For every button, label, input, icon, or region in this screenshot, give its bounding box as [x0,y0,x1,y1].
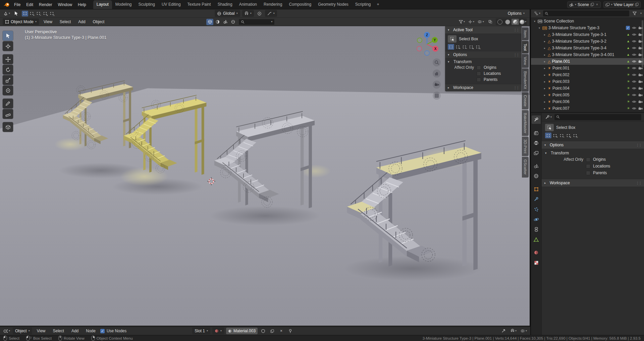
hide-eye-icon[interactable] [632,53,636,56]
navigation-gizmo[interactable]: Z Y X [414,30,440,57]
overlays-dropdown[interactable]: ▾ [477,19,485,25]
expand-arrow[interactable]: ▸ [543,87,546,90]
proportional-falloff-dropdown[interactable]: ▾ [265,10,277,17]
proportional-editing-button[interactable] [256,10,263,17]
unlink-scene-icon[interactable]: × [595,3,599,6]
tool-annotate[interactable] [3,99,13,108]
material-slot-dropdown[interactable]: Slot 1 ▾ [192,328,210,334]
hide-eye-icon[interactable] [632,26,636,30]
use-nodes-checkbox[interactable]: ✓ [100,329,105,333]
expand-arrow[interactable]: ▸ [543,94,546,97]
outliner-row-object[interactable]: ▸ △ 3-Miniature Structure Type-3-2 ▲ [531,38,644,45]
expand-arrow[interactable]: ▸ [543,74,546,77]
transform-subpanel-header[interactable]: ▾ Transform [445,58,522,64]
hide-eye-icon[interactable] [632,66,636,70]
blenderkit-model-button[interactable] [206,19,213,25]
outliner-row-object[interactable]: ▸ △ 3-Miniature Structure Type-3-1 ▲ [531,31,644,38]
scene-name[interactable]: Scene [578,2,589,7]
hide-eye-icon[interactable] [632,100,636,103]
expand-arrow[interactable]: ▸ [543,60,546,63]
options-dropdown[interactable]: Options ▾ [505,10,527,17]
shader-menu-select[interactable]: Select [50,328,67,334]
blenderkit-scene-button[interactable] [222,19,229,25]
shader-menu-add[interactable]: Add [69,328,81,334]
properties-tab-constraints[interactable] [532,225,541,234]
tool-cursor[interactable] [3,41,13,51]
properties-tab-object[interactable] [532,185,541,193]
viewport-3d-canvas[interactable]: User Perspective (1) 3-Miniature Structu… [0,26,530,326]
outliner-row-light[interactable]: ▸ ☀ Point.002 ☀ [531,71,644,78]
workspace-tab-scripting[interactable]: Scripting [352,0,374,9]
select-mode-set-button[interactable] [448,44,454,50]
properties-tab-physics[interactable] [532,215,541,224]
outliner-row-object[interactable]: ▸ △ 3-Miniature Structure Type-3-4.001 ▲ [531,51,644,58]
shading-solid-button[interactable] [504,19,511,25]
workspace-tab-uv-editing[interactable]: UV Editing [158,0,184,9]
pan-hand-icon[interactable] [433,69,441,78]
overlays-dropdown[interactable]: ▾ [520,328,528,334]
sidebar-tab-view[interactable]: View [522,54,529,68]
outliner-search-field[interactable] [543,10,629,16]
expand-arrow[interactable]: ▸ [543,53,546,56]
select-mode-subtract-button[interactable]: − [461,44,468,50]
sidebar-tab-gscatter[interactable]: GScatter [522,157,529,177]
workspace-tab-geometry-nodes[interactable]: Geometry Nodes [315,0,352,9]
expand-arrow[interactable]: ▸ [543,40,546,43]
render-visibility-camera-icon[interactable] [638,87,643,90]
hide-eye-icon[interactable] [632,33,636,36]
workspace-tab-shading[interactable]: Shading [214,0,236,9]
hide-eye-icon[interactable] [632,107,636,110]
expand-arrow[interactable]: ▸ [543,107,546,110]
scene-selector[interactable]: ▾ Scene × [567,1,601,8]
sidebar-tab-blenderkit[interactable]: BlenderKit [522,68,529,92]
camera-view-icon[interactable] [433,81,441,89]
select-mode-intersect-button[interactable]: ∩ [49,11,55,16]
outliner-row-light[interactable]: ▸ ☀ Point.003 ☀ [531,78,644,85]
snapping-dropdown[interactable]: ▾ [242,10,254,17]
properties-tab-particles[interactable] [532,205,541,213]
outliner-row-light[interactable]: ▸ ☀ Point.004 ☀ [531,85,644,92]
expand-arrow[interactable]: ▸ [543,67,546,70]
viewport-menu-view[interactable]: View [41,18,55,25]
properties-tab-scene[interactable] [532,162,541,170]
outliner-row-collection[interactable]: ▾ 3-Miniature Structure Type-3 ✓ [531,25,644,31]
outliner-row-light[interactable]: ▸ ☀ Point.007 ☀ [531,105,644,112]
mode-dropdown[interactable]: Object Mode ▾ [3,18,39,25]
unlink-material-button[interactable]: × [278,328,285,334]
properties-tab-modifiers[interactable] [532,195,541,203]
workspace-tab-rendering[interactable]: Rendering [260,0,285,9]
outliner-row-light[interactable]: ▸ ☀ Point.006 ☀ [531,98,644,105]
properties-tab-world[interactable] [532,172,541,180]
view-layer-browse-chevron[interactable]: ▾ [611,3,612,6]
snap-dropdown[interactable]: ▾ [510,328,517,334]
select-mode-extend-button[interactable]: + [29,11,35,16]
properties-tab-render[interactable] [532,129,541,137]
menu-help[interactable]: Help [75,1,89,8]
sidebar-tab-bakemaster[interactable]: BakeMaster [522,110,529,136]
gizmos-dropdown[interactable]: ▾ [468,19,475,25]
workspace-panel-header[interactable]: ▸ Workspace ⋮⋮ [445,84,522,91]
locations-checkbox[interactable] [586,164,590,168]
parents-checkbox[interactable] [477,78,481,82]
view-layer-name[interactable]: View Layer [614,2,634,7]
parents-checkbox[interactable] [586,171,590,175]
select-mode-subtract-button[interactable]: − [558,133,565,138]
parent-node-tree-icon[interactable] [500,328,507,334]
blenderkit-material-button[interactable] [214,19,221,25]
object-type-visibility-dropdown[interactable]: ▾ [458,19,466,25]
workspace-panel-header[interactable]: ▸ Workspace ⋮⋮ [542,179,644,187]
hide-eye-icon[interactable] [632,93,636,97]
blenderkit-search-dropdown[interactable]: ▾ [238,19,275,25]
xray-toggle-button[interactable] [487,19,494,25]
outliner-editor-type-button[interactable]: ▾ [533,10,541,17]
tool-transform[interactable] [3,86,13,95]
new-scene-icon[interactable] [590,3,594,6]
active-tool-row[interactable]: Select Box [542,121,644,132]
view-layer-selector[interactable]: ▾ View Layer [603,1,641,8]
workspace-tab-compositing[interactable]: Compositing [285,0,315,9]
active-tool-panel-header[interactable]: ▾ Active Tool ⋮⋮ [445,26,522,34]
hide-eye-icon[interactable] [632,73,636,77]
properties-search-field[interactable] [554,114,641,120]
locations-checkbox[interactable] [477,71,481,76]
select-mode-invert-button[interactable]: × [565,133,572,138]
